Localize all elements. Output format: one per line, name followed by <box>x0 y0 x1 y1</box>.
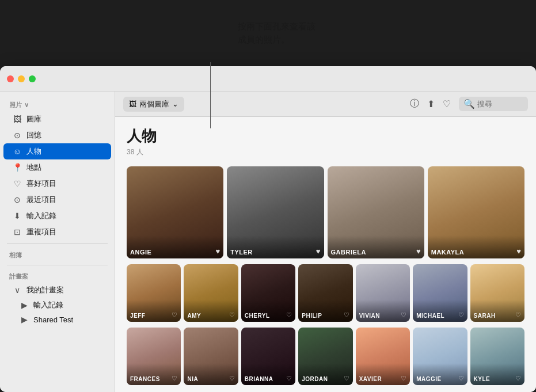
person-name: Jordan <box>302 376 328 382</box>
maximize-button[interactable] <box>29 75 36 82</box>
albums-section-header: 相簿 <box>0 248 115 261</box>
person-name: Sarah <box>474 313 496 319</box>
heart-icon[interactable]: ♡ <box>229 375 235 382</box>
library-label: 兩個圖庫 <box>139 99 169 109</box>
sidebar-item-label: 輸入記錄 <box>26 211 56 221</box>
person-label: Frances ♡ <box>127 363 181 385</box>
library-selector-button[interactable]: 🖼 兩個圖庫 ⌄ <box>123 97 184 112</box>
person-label: Vivian ♡ <box>356 300 410 322</box>
person-card-cheryl[interactable]: Cheryl ♡ <box>241 264 295 322</box>
person-card-sarah[interactable]: Sarah ♡ <box>470 264 524 322</box>
sidebar-item-duplicates[interactable]: ⊡ 重複項目 <box>3 224 111 240</box>
heart-icon[interactable]: ♥ <box>316 247 321 256</box>
person-label: Nia ♡ <box>184 363 238 385</box>
person-name: ANGIE <box>130 249 151 256</box>
dropdown-chevron-icon: ⌄ <box>172 100 178 108</box>
person-label: Brianna ♡ <box>241 363 295 385</box>
sidebar-item-shared-test[interactable]: ▶ Shared Test <box>3 313 111 326</box>
heart-icon[interactable]: ♡ <box>172 375 177 382</box>
sidebar-item-label: 我的計畫案 <box>26 285 64 295</box>
person-card-angie[interactable]: ANGIE ♥ <box>127 166 223 258</box>
traffic-lights <box>7 75 36 82</box>
share-icon[interactable]: ⬆ <box>427 98 435 109</box>
sidebar-divider-projects <box>7 265 108 265</box>
person-label: Michael ♡ <box>413 300 467 322</box>
sidebar-item-label: 地點 <box>26 162 41 173</box>
person-label: Jeff ♡ <box>127 300 181 322</box>
chevron-right-icon: ∨ <box>13 286 22 295</box>
sidebar-item-memories[interactable]: ⊙ 回憶 <box>3 127 111 143</box>
heart-icon[interactable]: ♡ <box>458 375 464 382</box>
sidebar-item-label: 輸入記錄 <box>33 300 63 310</box>
page-subtitle: 38 人 <box>127 147 524 157</box>
person-card-jordan[interactable]: Jordan ♡ <box>298 328 352 385</box>
minimize-button[interactable] <box>18 75 25 82</box>
info-icon[interactable]: ⓘ <box>410 98 419 110</box>
sidebar-divider-albums <box>7 243 108 244</box>
sidebar-item-people[interactable]: ☺ 人物 <box>3 143 111 159</box>
person-label: Amy ♡ <box>184 300 238 322</box>
persons-grid-medium2: Frances ♡ Nia ♡ Brianna ♡ Jordan ♡ Xavie… <box>127 328 524 385</box>
person-name: Kyle <box>474 376 491 382</box>
person-card-jeff[interactable]: Jeff ♡ <box>127 264 181 322</box>
search-input[interactable] <box>477 100 523 108</box>
sidebar-item-places[interactable]: 📍 地點 <box>3 159 111 176</box>
heart-toolbar-icon[interactable]: ♡ <box>443 98 451 109</box>
person-card-xavier[interactable]: Xavier ♡ <box>356 328 410 385</box>
sidebar-item-label: 回憶 <box>26 130 41 140</box>
sidebar-item-favorites[interactable]: ♡ 喜好項目 <box>3 176 111 192</box>
content-area: 🖼 兩個圖庫 ⌄ ⓘ ⬆ ♡ 🔍 人物 3 <box>115 92 536 392</box>
person-card-tyler[interactable]: TYLER ♥ <box>227 166 324 258</box>
heart-icon[interactable]: ♡ <box>172 311 177 319</box>
projects-section-header: 計畫案 <box>0 269 115 283</box>
sidebar-item-label: 最近項目 <box>26 195 56 205</box>
person-card-frances[interactable]: Frances ♡ <box>127 328 181 385</box>
person-card-maggie[interactable]: Maggie ♡ <box>413 328 467 385</box>
person-label: Jordan ♡ <box>298 363 352 385</box>
person-card-makayla[interactable]: MAKAYLA ♥ <box>428 166 524 258</box>
person-card-gabriela[interactable]: GABRIELA ♥ <box>328 166 424 258</box>
heart-icon[interactable]: ♡ <box>229 311 235 319</box>
persons-grid-large: ANGIE ♥ TYLER ♥ GABRIELA ♥ MAKAYLA ♥ <box>127 166 524 258</box>
person-name: Maggie <box>416 376 442 382</box>
imports-icon: ⬇ <box>13 211 22 220</box>
main-container: 照片 ∨ 🖼 圖庫 ⊙ 回憶 ☺ 人物 📍 地點 ♡ 喜好項目 <box>0 92 536 392</box>
tooltip-text: 按兩下面孔來查看該 成員的照片。 <box>238 20 315 46</box>
sidebar: 照片 ∨ 🖼 圖庫 ⊙ 回憶 ☺ 人物 📍 地點 ♡ 喜好項目 <box>0 92 115 392</box>
heart-icon[interactable]: ♡ <box>515 311 521 319</box>
person-card-amy[interactable]: Amy ♡ <box>184 264 238 322</box>
sidebar-item-recents[interactable]: ⊙ 最近項目 <box>3 192 111 208</box>
heart-icon[interactable]: ♡ <box>515 375 521 382</box>
heart-icon[interactable]: ♥ <box>216 247 221 256</box>
heart-icon[interactable]: ♥ <box>416 247 421 256</box>
heart-icon[interactable]: ♥ <box>516 247 521 256</box>
sidebar-item-my-projects[interactable]: ∨ 我的計畫案 <box>3 283 111 298</box>
toolbar-right: ⓘ ⬆ ♡ 🔍 <box>410 97 528 111</box>
heart-icon[interactable]: ♡ <box>458 311 464 319</box>
person-name: Cheryl <box>245 313 270 319</box>
search-container[interactable]: 🔍 <box>459 97 528 111</box>
person-card-philip[interactable]: Philip ♡ <box>298 264 352 322</box>
persons-grid-medium: Jeff ♡ Amy ♡ Cheryl ♡ Philip ♡ Vivian ♡ … <box>127 264 524 322</box>
sidebar-item-imports[interactable]: ⬇ 輸入記錄 <box>3 208 111 224</box>
sidebar-item-library[interactable]: 🖼 圖庫 <box>3 111 111 127</box>
heart-icon[interactable]: ♡ <box>401 311 406 319</box>
heart-icon[interactable]: ♡ <box>344 375 349 382</box>
library-icon: 🖼 <box>13 115 22 124</box>
person-name: TYLER <box>230 249 253 256</box>
heart-icon[interactable]: ♡ <box>286 375 292 382</box>
person-card-michael[interactable]: Michael ♡ <box>413 264 467 322</box>
person-card-vivian[interactable]: Vivian ♡ <box>356 264 410 322</box>
duplicates-icon: ⊡ <box>13 227 22 237</box>
person-card-brianna[interactable]: Brianna ♡ <box>241 328 295 385</box>
person-name: Philip <box>302 313 322 319</box>
sidebar-item-import-log[interactable]: ▶ 輸入記錄 <box>3 298 111 313</box>
heart-icon[interactable]: ♡ <box>401 375 406 382</box>
heart-icon[interactable]: ♡ <box>344 311 349 319</box>
person-name: Frances <box>130 376 160 382</box>
close-button[interactable] <box>7 75 14 82</box>
heart-icon[interactable]: ♡ <box>286 311 292 319</box>
titlebar <box>0 66 536 92</box>
person-card-nia[interactable]: Nia ♡ <box>184 328 238 385</box>
person-card-kyle[interactable]: Kyle ♡ <box>470 328 524 385</box>
